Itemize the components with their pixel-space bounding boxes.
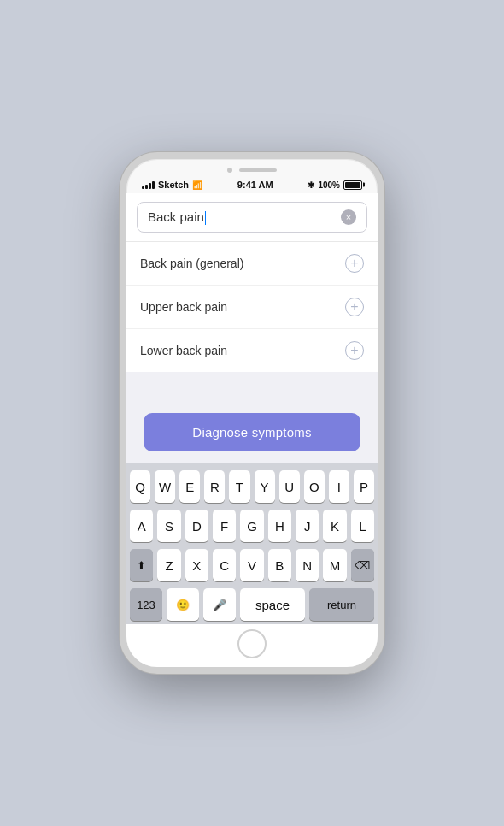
- key-space[interactable]: space: [240, 588, 305, 621]
- key-u[interactable]: U: [279, 470, 300, 503]
- key-a[interactable]: A: [130, 510, 153, 542]
- key-l[interactable]: L: [351, 510, 374, 542]
- status-bar: Sketch 📶 9:41 AM ✱ 100%: [126, 178, 378, 193]
- key-backspace[interactable]: ⌫: [351, 549, 374, 581]
- signal-bar-4: [152, 181, 155, 189]
- key-r[interactable]: R: [204, 470, 225, 503]
- key-123[interactable]: 123: [130, 588, 162, 621]
- result-label-1: Back pain (general): [140, 257, 243, 270]
- key-y[interactable]: Y: [255, 470, 275, 503]
- search-section: Back pain ×: [126, 193, 378, 242]
- signal-bar-1: [142, 186, 144, 189]
- signal-bar-2: [145, 185, 148, 189]
- middle-space: [126, 372, 378, 403]
- result-label-3: Lower back pain: [140, 344, 227, 357]
- diagnose-section: Diagnose symptoms: [126, 403, 378, 463]
- keyboard-row-1: Q W E R T Y U O I P: [130, 470, 374, 503]
- key-d[interactable]: D: [185, 510, 208, 542]
- search-input-text[interactable]: Back pain: [148, 209, 334, 225]
- key-t[interactable]: T: [229, 470, 249, 503]
- key-m[interactable]: M: [323, 549, 346, 581]
- add-button-3[interactable]: +: [345, 341, 364, 360]
- key-g[interactable]: G: [240, 510, 263, 542]
- key-h[interactable]: H: [268, 510, 291, 542]
- add-button-2[interactable]: +: [345, 298, 364, 316]
- key-q[interactable]: Q: [130, 470, 150, 503]
- battery-icon-container: [343, 180, 362, 190]
- results-list: Back pain (general) + Upper back pain + …: [126, 242, 378, 372]
- camera-dot: [227, 168, 232, 173]
- key-i[interactable]: I: [329, 470, 349, 503]
- key-p[interactable]: P: [354, 470, 374, 503]
- key-shift[interactable]: ⬆: [130, 549, 153, 581]
- home-button[interactable]: [237, 629, 267, 658]
- keyboard: Q W E R T Y U O I P A S D F G: [126, 463, 378, 624]
- key-return[interactable]: return: [309, 588, 374, 621]
- phone-top-bar: [126, 159, 378, 178]
- key-k[interactable]: K: [323, 510, 346, 542]
- status-right: ✱ 100%: [308, 180, 362, 190]
- search-input-value: Back pain: [148, 209, 204, 224]
- key-s[interactable]: S: [157, 510, 180, 542]
- result-item-3[interactable]: Lower back pain +: [126, 329, 378, 372]
- carrier-label: Sketch: [158, 180, 189, 190]
- phone-content: Back pain × Back pain (general) + Upper …: [126, 193, 378, 624]
- phone-shell: Sketch 📶 9:41 AM ✱ 100% Back pai: [120, 152, 384, 674]
- signal-bar-3: [149, 183, 151, 189]
- result-label-2: Upper back pain: [140, 300, 227, 314]
- key-b[interactable]: B: [268, 549, 291, 581]
- result-item-2[interactable]: Upper back pain +: [126, 286, 378, 329]
- add-button-1[interactable]: +: [345, 254, 364, 273]
- home-button-container: [126, 624, 378, 667]
- key-v[interactable]: V: [240, 549, 263, 581]
- key-j[interactable]: J: [296, 510, 319, 542]
- status-left: Sketch 📶: [142, 180, 202, 190]
- battery-fill: [345, 182, 360, 188]
- clear-button[interactable]: ×: [341, 209, 356, 225]
- bluetooth-icon: ✱: [308, 180, 314, 190]
- diagnose-button[interactable]: Diagnose symptoms: [144, 413, 360, 451]
- key-emoji[interactable]: 🙂: [167, 588, 199, 621]
- keyboard-row-3: ⬆ Z X C V B N M ⌫: [130, 549, 374, 581]
- key-o[interactable]: O: [304, 470, 325, 503]
- key-mic[interactable]: 🎤: [203, 588, 236, 621]
- signal-bars: [142, 180, 155, 189]
- search-cursor: [205, 211, 207, 225]
- key-x[interactable]: X: [185, 549, 208, 581]
- key-c[interactable]: C: [213, 549, 236, 581]
- status-time: 9:41 AM: [237, 180, 273, 190]
- keyboard-row-2: A S D F G H J K L: [130, 510, 374, 542]
- search-input-row[interactable]: Back pain ×: [137, 202, 367, 233]
- phone-wrapper: Sketch 📶 9:41 AM ✱ 100% Back pai: [115, 148, 389, 678]
- key-f[interactable]: F: [213, 510, 236, 542]
- battery-icon: [343, 180, 362, 190]
- keyboard-row-4: 123 🙂 🎤 space return: [130, 588, 374, 621]
- key-z[interactable]: Z: [157, 549, 180, 581]
- result-item-1[interactable]: Back pain (general) +: [126, 242, 378, 286]
- speaker-bar: [239, 168, 277, 172]
- wifi-icon: 📶: [192, 180, 202, 190]
- battery-percent: 100%: [318, 180, 340, 190]
- key-w[interactable]: W: [155, 470, 175, 503]
- key-n[interactable]: N: [296, 549, 319, 581]
- key-e[interactable]: E: [179, 470, 200, 503]
